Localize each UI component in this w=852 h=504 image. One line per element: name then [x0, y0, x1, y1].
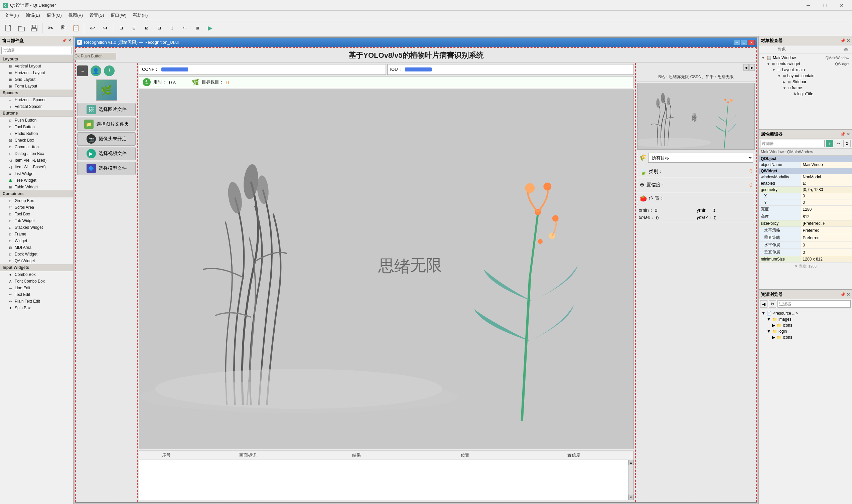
- prop-add-button[interactable]: +: [826, 140, 833, 147]
- toolbar-run[interactable]: ▶: [204, 22, 216, 34]
- res-item-icons2[interactable]: ▶ 📁 icons: [760, 334, 851, 340]
- prop-close-icon[interactable]: ✕: [847, 132, 850, 137]
- toolbar-undo[interactable]: ↩: [86, 22, 98, 34]
- toolbar-cut[interactable]: ✂: [45, 22, 56, 34]
- prop-settings-button[interactable]: ⚙: [843, 140, 851, 147]
- select-image-button[interactable]: 🖼 选择图片文件: [77, 103, 136, 116]
- iou-slider[interactable]: [405, 68, 432, 71]
- sidebar-user-icon[interactable]: 👤: [91, 66, 101, 76]
- resource-pin-icon[interactable]: 📌: [840, 292, 845, 297]
- category-containers[interactable]: Containers: [0, 191, 73, 197]
- widget-widget[interactable]: □ Widget: [0, 237, 73, 244]
- menu-settings[interactable]: 设置(S): [86, 11, 107, 20]
- sidebar-info-icon[interactable]: i: [104, 66, 114, 76]
- res-item-login[interactable]: ▼ 📁 login: [760, 328, 851, 334]
- toolbar-save[interactable]: [28, 22, 40, 34]
- select-folder-button[interactable]: 📁 选择图片文件夹: [77, 118, 136, 131]
- sidebar-menu-icon[interactable]: ≡: [77, 66, 88, 76]
- prop-edit-button[interactable]: ✏: [835, 140, 842, 147]
- widget-dialog-button[interactable]: □ Dialog ...ton Box: [0, 150, 73, 157]
- nav-left-arrow[interactable]: ◀: [743, 64, 749, 71]
- inspector-close-icon[interactable]: ✕: [847, 38, 850, 43]
- maximize-button[interactable]: □: [817, 1, 833, 10]
- widget-search-input[interactable]: [1, 47, 72, 54]
- widget-line-edit[interactable]: — Line Edit: [0, 285, 73, 291]
- minimize-button[interactable]: ─: [801, 1, 816, 10]
- widget-vertical-layout[interactable]: ⊟ Vertical Layout: [0, 63, 73, 70]
- conf-slider[interactable]: [161, 68, 188, 71]
- toolbar-layout5[interactable]: ↕: [166, 22, 178, 34]
- widget-box-close-icon[interactable]: ✕: [68, 38, 71, 43]
- camera-button[interactable]: 📷 摄像头未开启: [77, 132, 136, 146]
- widget-dock-widget[interactable]: □ Dock Widget: [0, 251, 73, 257]
- widget-combo-box[interactable]: ▼ Combo Box: [0, 271, 73, 278]
- res-item-icons1[interactable]: ▶ 📁 icons: [760, 322, 851, 328]
- widget-list-widget[interactable]: ≡ List Widget: [0, 170, 73, 177]
- close-button[interactable]: ✕: [834, 1, 849, 10]
- tree-item-layout-main[interactable]: ▼ ⊞ Layout_main: [760, 67, 851, 73]
- widget-tool-box[interactable]: □ Tool Box: [0, 211, 73, 217]
- nav-right-arrow[interactable]: ▶: [749, 64, 755, 71]
- widget-font-combo-box[interactable]: A Font Combo Box: [0, 278, 73, 285]
- inner-close-button[interactable]: ✕: [748, 40, 755, 45]
- res-filter-input[interactable]: [778, 300, 851, 308]
- widget-stacked-widget[interactable]: □ Stacked Widget: [0, 224, 73, 231]
- res-refresh-button[interactable]: ↻: [769, 300, 776, 308]
- res-item-resource[interactable]: ▼ 📄 <resource ...>: [760, 310, 851, 316]
- select-video-button[interactable]: ▶ 选择视频文件: [77, 147, 136, 160]
- widget-horizontal-spacer[interactable]: ↔ Horizon... Spacer: [0, 96, 73, 103]
- res-item-images[interactable]: ▼ 📁 images: [760, 316, 851, 322]
- widget-item-view-based[interactable]: ◁ Item Vie..l-Based): [0, 157, 73, 164]
- menu-window2[interactable]: 窗口(W): [107, 11, 130, 20]
- widget-grid-layout[interactable]: ⊞ Grid Layout: [0, 76, 73, 83]
- widget-text-edit[interactable]: ✏ Text Edit: [0, 291, 73, 298]
- toolbar-new[interactable]: [3, 22, 15, 34]
- widget-tab-widget[interactable]: □ Tab Widget: [0, 217, 73, 224]
- widget-command-button[interactable]: □ Comma...tton: [0, 144, 73, 150]
- menu-help[interactable]: 帮助(H): [130, 11, 151, 20]
- toolbar-layout6[interactable]: ↔: [179, 22, 191, 34]
- widget-tree-widget[interactable]: 🌲 Tree Widget: [0, 177, 73, 184]
- prop-pin-icon[interactable]: 📌: [840, 132, 845, 137]
- category-buttons[interactable]: Buttons: [0, 110, 73, 117]
- scroll-up-arrow[interactable]: ▲: [628, 460, 634, 465]
- toolbar-layout4[interactable]: ⊡: [153, 22, 165, 34]
- inspector-pin-icon[interactable]: 📌: [840, 38, 845, 43]
- toolbar-paste[interactable]: 📋: [70, 22, 82, 34]
- toolbar-layout7[interactable]: ⊞: [192, 22, 203, 34]
- toolbar-layout1[interactable]: ⊟: [115, 22, 127, 34]
- table-scrollbar[interactable]: ▲ ▼: [628, 460, 634, 500]
- tree-item-login-title[interactable]: A loginTitle: [760, 91, 851, 97]
- category-spacers[interactable]: Spacers: [0, 90, 73, 96]
- widget-box-pin[interactable]: 📌: [62, 38, 67, 43]
- widget-tool-button[interactable]: □ Tool Button: [0, 124, 73, 130]
- widget-mdi-area[interactable]: ⊟ MDI Area: [0, 244, 73, 251]
- toolbar-open[interactable]: [15, 22, 28, 34]
- widget-horizontal-layout[interactable]: ⊞ Horizon... Layout: [0, 70, 73, 76]
- toolbar-layout2[interactable]: ⊞: [128, 22, 140, 34]
- widget-check-box[interactable]: ☑ Check Box: [0, 137, 73, 144]
- prop-filter-input[interactable]: [760, 140, 824, 147]
- scroll-down-arrow[interactable]: ▼: [628, 494, 634, 500]
- toolbar-copy[interactable]: ⎘: [57, 22, 69, 34]
- widget-spin-box[interactable]: ⬆ Spin Box: [0, 305, 73, 311]
- widget-frame[interactable]: □ Frame: [0, 231, 73, 237]
- widget-qax-widget[interactable]: □ QAxWidget: [0, 257, 73, 264]
- widget-form-layout[interactable]: ⊞ Form Layout: [0, 83, 73, 90]
- category-input-widgets[interactable]: Input Widgets: [0, 264, 73, 271]
- menu-edit[interactable]: 编辑(E): [22, 11, 43, 20]
- widget-radio-button[interactable]: ○ Radio Button: [0, 130, 73, 137]
- widget-table-widget[interactable]: ⊞ Table Widget: [0, 184, 73, 191]
- widget-item-widget-based[interactable]: ◁ Item Wi...-Based): [0, 164, 73, 170]
- widget-group-box[interactable]: □ Group Box: [0, 197, 73, 204]
- select-model-button[interactable]: 🔷 选择模型文件: [77, 162, 136, 175]
- menu-window[interactable]: 窗体(O): [43, 11, 65, 20]
- toolbar-redo[interactable]: ↪: [99, 22, 111, 34]
- category-layouts[interactable]: Layouts: [0, 56, 73, 63]
- inner-minimize-button[interactable]: ─: [733, 40, 740, 45]
- res-back-button[interactable]: ◀: [760, 300, 767, 308]
- menu-file[interactable]: 文件(F): [1, 11, 22, 20]
- tree-item-layout-contain[interactable]: ▼ ⊞ Layout_contain: [760, 73, 851, 79]
- widget-push-button[interactable]: □ Push Button: [0, 117, 73, 124]
- menu-view[interactable]: 视图(V): [65, 11, 86, 20]
